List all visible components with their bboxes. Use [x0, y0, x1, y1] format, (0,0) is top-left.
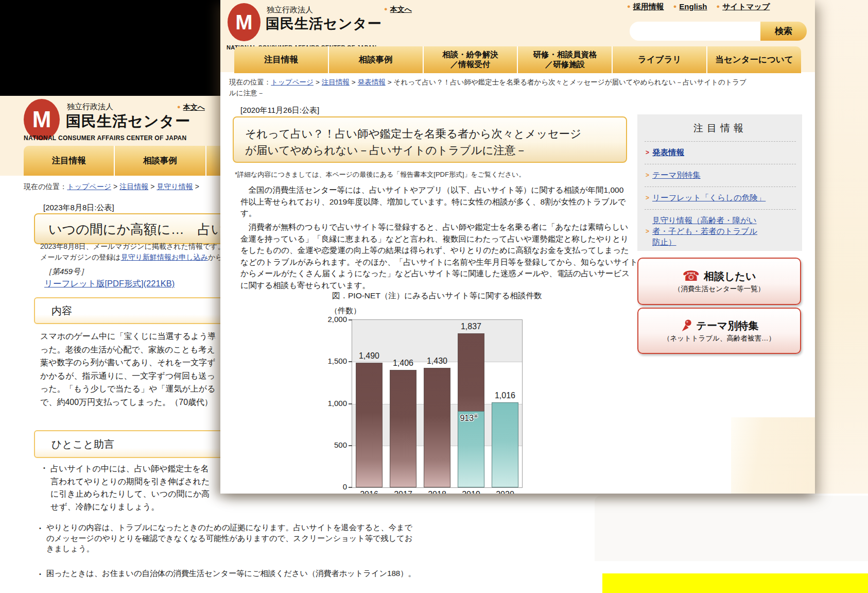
tab-about-center[interactable]: 当センターについて	[706, 46, 801, 73]
y-tick-label: 2,000	[327, 315, 347, 324]
bg-breadcrumb: 現在の位置：トップページ>注目情報>見守り情報>	[24, 181, 201, 193]
ncac-logo-mark[interactable]: M	[24, 99, 60, 140]
fg-article-title-box: それって占い？！占い師や鑑定士を名乗る者から次々とメッセージ が届いてやめられな…	[233, 116, 627, 163]
bg-advice-item-1: 占いサイトの中には、占い師や鑑定士を名 言われてやりとりの期間を引き伸ばされた …	[50, 463, 210, 513]
bg-logo-name[interactable]: 国民生活センター	[66, 111, 190, 132]
bullet-icon: ●	[627, 3, 631, 9]
chart-value-label: 1,406	[386, 359, 420, 368]
sidebar-item-happyo-joho[interactable]: > 発表情報	[645, 141, 796, 164]
bg-article-title: いつの間にか高額に… 占い	[35, 214, 220, 239]
logo-m-glyph: M	[235, 11, 252, 34]
logo-m-glyph: M	[32, 107, 51, 132]
sidebar-item-theme-tokushu[interactable]: > テーマ別特集	[645, 164, 796, 187]
chart-value-label: 1,490	[352, 351, 386, 361]
search-button[interactable]: 検索	[760, 22, 807, 41]
sidebar-chumoku-box: 注目情報 > 発表情報 > テーマ別特集 > リーフレット「くらしの危険」 > …	[637, 114, 802, 251]
bg-nav-tabbar: 注目情報 相談事例 相談・紛争解決 ／情報受付 研修・相談員資格 ／研修施設 ラ…	[24, 146, 220, 176]
chart-bar-2017	[390, 370, 416, 487]
fg-pdf-note: *詳細な内容につきましては、本ページの最後にある「報告書本文[PDF形式]」をご…	[235, 170, 525, 179]
bg-skip-to-content-link[interactable]: ●本文へ	[177, 103, 205, 112]
chevron-right-icon: >	[646, 227, 649, 235]
fg-logo-org-type: 独立行政法人	[267, 5, 313, 15]
bg-tab-funso[interactable]: 相談・紛争解決 ／情報受付	[205, 146, 220, 176]
fg-logo-name[interactable]: 国民生活センター	[266, 14, 382, 33]
chart-value-label: 1,430	[420, 357, 454, 366]
sidebar-item-leaflet[interactable]: > リーフレット「くらしの危険」	[645, 187, 796, 209]
utility-link-english[interactable]: ●English	[673, 2, 707, 12]
x-tick-label: 2017	[386, 490, 420, 494]
bg-meta-line1: 2023年8月8日、メールマガジンに掲載された情報です。	[40, 242, 220, 251]
sidebar-header: 注目情報	[645, 122, 796, 135]
bg-content-text: スマホのゲーム中に「宝くじに当選するよう導 った。老後の生活が心配で、家族のこと…	[40, 330, 216, 409]
bg-crumb-chumoku[interactable]: 注目情報	[119, 182, 148, 191]
chart-bar-2018	[424, 368, 450, 487]
bg-crumb-top[interactable]: トップページ	[67, 182, 111, 191]
page-background-strip	[815, 0, 868, 494]
chart-value-label: 1,016	[488, 391, 522, 400]
consult-button[interactable]: ☎相談したい （消費生活センター等一覧）	[637, 258, 801, 305]
chevron-right-icon: >	[646, 194, 649, 202]
yellow-highlight-bar	[602, 573, 868, 593]
bg-leaflet-pdf-link[interactable]: リーフレット版[PDF形式](221KB)	[44, 278, 175, 290]
y-tick-label: 1,000	[327, 399, 347, 408]
tab-sodan-jirei[interactable]: 相談事例	[328, 46, 423, 73]
list-dot: •	[43, 465, 45, 471]
bullet-icon: ●	[384, 6, 388, 12]
fg-article-title: それって占い？！占い師や鑑定士を名乗る者から次々とメッセージ が届いてやめられな…	[234, 117, 626, 159]
fg-breadcrumb: 現在の位置：トップページ>注目情報>発表情報>それって占い？！占い師や鑑定士を名…	[229, 77, 752, 99]
screenshot-canvas: M 独立行政法人 国民生活センター NATIONAL CONSUMER AFFA…	[0, 0, 868, 593]
ncac-logo-mark[interactable]: M	[228, 3, 261, 41]
sidebar-item-mimamori-joho[interactable]: > 見守り情報（高齢者・障がい 者・子ども・若者のトラブル 防止）	[645, 209, 796, 253]
bg-tab-chumoku[interactable]: 注目情報	[24, 146, 114, 176]
bg-section-hitokoto: ひとこと助言	[34, 430, 220, 458]
background-window: M 独立行政法人 国民生活センター NATIONAL CONSUMER AFFA…	[0, 0, 220, 593]
x-tick-label: 2018	[420, 490, 454, 494]
bg-logo-org-type: 独立行政法人	[67, 102, 113, 112]
bullet-icon: ●	[177, 104, 181, 110]
x-tick-label: 2020	[488, 490, 522, 494]
tab-library[interactable]: ライブラリ	[612, 46, 706, 73]
x-tick-label: 2019	[454, 490, 488, 494]
bullet-icon: ●	[673, 3, 677, 9]
crumb-chumoku-joho[interactable]: 注目情報	[322, 78, 350, 86]
foreground-window: M 独立行政法人 国民生活センター NATIONAL CONSUMER AFFA…	[220, 0, 815, 494]
crumb-happyo-joho[interactable]: 発表情報	[358, 78, 386, 86]
bg-issue-number: ［第459号］	[44, 267, 88, 277]
chart-bar-2020	[492, 402, 518, 487]
tab-kenshu-shikaku[interactable]: 研修・相談員資格 ／研修施設	[517, 46, 612, 73]
utility-link-recruit[interactable]: ●採用情報	[627, 2, 664, 12]
bg-crumb-mimamori[interactable]: 見守り情報	[157, 182, 193, 191]
tab-chumoku-joho[interactable]: 注目情報	[234, 46, 328, 73]
y-tick-label: 0	[343, 482, 347, 491]
bg-article-title-box: いつの間にか高額に… 占い	[34, 213, 220, 244]
y-tick-label: 500	[334, 440, 347, 449]
fg-paragraph-1: 全国の消費生活センター等には、占いサイトやアプリ（以下、占いサイト等）に関する相…	[240, 184, 626, 219]
chevron-right-icon: >	[646, 171, 649, 179]
theme-tokushu-button[interactable]: テーマ別特集 （ネットトラブル、高齢者被害…）	[637, 308, 801, 354]
x-tick-label: 2016	[352, 490, 386, 494]
bg-section-naiyo: 内容	[34, 297, 220, 324]
bg-mailmag-link[interactable]: 見守り新鮮情報お申し込み	[121, 253, 208, 261]
utility-link-sitemap[interactable]: ●サイトマップ	[716, 2, 770, 12]
crumb-top-page[interactable]: トップページ	[271, 78, 314, 86]
bg-meta-line2: メールマガジンの登録は見守り新鮮情報お申し込みからで	[40, 253, 220, 262]
fg-publish-date: [2020年11月26日:公表]	[240, 106, 319, 115]
bg-logo-name-en: NATIONAL CONSUMER AFFAIRS CENTER OF JAPA…	[24, 134, 187, 142]
tab-funso-kaiketsu[interactable]: 相談・紛争解決 ／情報受付	[423, 46, 517, 73]
chevron-right-icon: >	[646, 148, 649, 157]
fg-utility-links: ●採用情報 ●English ●サイトマップ	[627, 2, 770, 12]
bg-tab-sodanjirei[interactable]: 相談事例	[114, 146, 205, 176]
bg-publish-date: [2023年8月8日:公表]	[43, 203, 114, 213]
chart-overlay-value-label: 913※	[456, 413, 482, 423]
fg-skip-to-content-link[interactable]: ●本文へ	[384, 5, 412, 14]
fg-nav-tabbar: 注目情報 相談事例 相談・紛争解決 ／情報受付 研修・相談員資格 ／研修施設 ラ…	[234, 46, 801, 73]
chart-plot: 05001,0001,5002,0001,49020161,40620171,4…	[352, 319, 523, 488]
chart-value-label: 1,837	[454, 322, 488, 331]
chart-bar-2016	[356, 363, 383, 487]
fg-page-bottom-background	[731, 417, 815, 494]
bullet-icon: ●	[716, 3, 720, 9]
phone-icon: ☎	[682, 269, 700, 283]
white-panel	[595, 496, 868, 561]
chart-title: 図．PIO-NET（注）にみる占いサイト等に関する相談件数	[332, 291, 542, 301]
y-tick-label: 1,500	[327, 357, 347, 365]
